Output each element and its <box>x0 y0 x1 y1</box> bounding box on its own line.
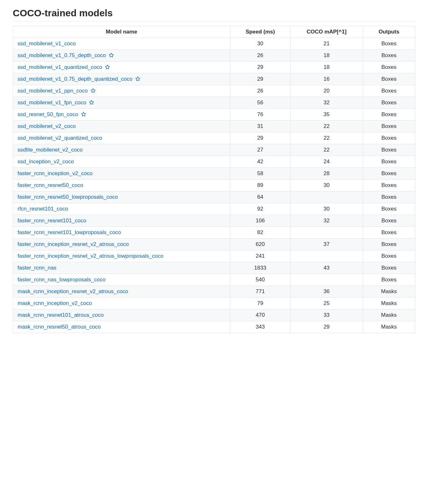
cell-outputs: Boxes <box>363 109 415 121</box>
cell-model-name: faster_rcnn_resnet50_lowproposals_coco <box>13 191 230 203</box>
cell-speed: 106 <box>230 215 290 227</box>
model-link[interactable]: faster_rcnn_nas <box>18 265 56 271</box>
cell-outputs: Boxes <box>363 203 415 215</box>
cell-outputs: Boxes <box>363 38 415 50</box>
cell-map: 30 <box>291 203 363 215</box>
cell-outputs: Boxes <box>363 180 415 191</box>
cell-map: 28 <box>291 168 363 180</box>
cell-outputs: Boxes <box>363 121 415 132</box>
cell-model-name: faster_rcnn_inception_v2_coco <box>13 168 230 180</box>
cell-model-name: ssd_resnet_50_fpn_coco <box>13 109 230 121</box>
cell-speed: 27 <box>230 144 290 156</box>
cell-outputs: Masks <box>363 286 415 298</box>
star-icon <box>135 76 140 82</box>
cell-model-name: ssd_mobilenet_v1_fpn_coco <box>13 97 230 109</box>
model-link[interactable]: ssd_mobilenet_v1_coco <box>18 41 76 47</box>
cell-model-name: faster_rcnn_nas <box>13 262 230 274</box>
cell-speed: 29 <box>230 62 290 73</box>
cell-outputs: Boxes <box>363 144 415 156</box>
svg-marker-5 <box>81 112 85 116</box>
cell-outputs: Boxes <box>363 215 415 227</box>
cell-map: 32 <box>291 97 363 109</box>
cell-speed: 92 <box>230 203 290 215</box>
cell-model-name: faster_rcnn_resnet50_coco <box>13 180 230 191</box>
cell-outputs: Boxes <box>363 239 415 250</box>
cell-outputs: Boxes <box>363 156 415 168</box>
cell-speed: 470 <box>230 309 290 321</box>
cell-map: 20 <box>291 85 363 97</box>
cell-map: 37 <box>291 239 363 250</box>
model-link[interactable]: ssd_mobilenet_v2_coco <box>18 123 76 129</box>
table-row: ssd_mobilenet_v1_0.75_depth_coco 2618Box… <box>13 50 415 62</box>
cell-model-name: rfcn_resnet101_coco <box>13 203 230 215</box>
col-map: COCO mAP[^1] <box>291 26 363 38</box>
table-row: ssd_mobilenet_v1_quantized_coco 2918Boxe… <box>13 62 415 73</box>
model-link[interactable]: rfcn_resnet101_coco <box>18 206 68 212</box>
col-outputs: Outputs <box>363 26 415 38</box>
table-row: mask_rcnn_inception_resnet_v2_atrous_coc… <box>13 286 415 298</box>
model-link[interactable]: faster_rcnn_inception_v2_coco <box>18 170 92 176</box>
cell-speed: 620 <box>230 239 290 250</box>
cell-outputs: Boxes <box>363 262 415 274</box>
svg-marker-4 <box>90 100 94 104</box>
model-link[interactable]: mask_rcnn_resnet101_atrous_coco <box>18 312 104 318</box>
cell-map: 22 <box>291 132 363 144</box>
cell-model-name: mask_rcnn_inception_resnet_v2_atrous_coc… <box>13 286 230 298</box>
cell-map: 30 <box>291 180 363 191</box>
cell-model-name: faster_rcnn_resnet101_coco <box>13 215 230 227</box>
cell-map <box>291 227 363 239</box>
table-row: faster_rcnn_inception_resnet_v2_atrous_c… <box>13 239 415 250</box>
cell-speed: 30 <box>230 38 290 50</box>
model-link[interactable]: ssd_resnet_50_fpn_coco <box>18 111 78 117</box>
model-link[interactable]: ssd_mobilenet_v1_quantized_coco <box>18 64 102 70</box>
model-link[interactable]: ssd_mobilenet_v1_fpn_coco <box>18 100 86 106</box>
model-link[interactable]: faster_rcnn_resnet50_coco <box>18 182 83 188</box>
model-link[interactable]: faster_rcnn_resnet101_coco <box>18 218 86 224</box>
model-link[interactable]: ssd_mobilenet_v2_quantized_coco <box>18 135 102 141</box>
model-link[interactable]: mask_rcnn_resnet50_atrous_coco <box>18 324 101 330</box>
model-link[interactable]: ssdlite_mobilenet_v2_coco <box>18 147 83 153</box>
model-link[interactable]: mask_rcnn_inception_v2_coco <box>18 300 92 306</box>
cell-model-name: faster_rcnn_resnet101_lowproposals_coco <box>13 227 230 239</box>
model-link[interactable]: ssd_inception_v2_coco <box>18 159 74 165</box>
cell-speed: 79 <box>230 298 290 309</box>
cell-outputs: Boxes <box>363 168 415 180</box>
col-speed: Speed (ms) <box>230 26 290 38</box>
model-link[interactable]: faster_rcnn_inception_resnet_v2_atrous_c… <box>18 241 129 247</box>
cell-speed: 26 <box>230 85 290 97</box>
model-link[interactable]: ssd_mobilenet_v1_ppn_coco <box>18 88 88 94</box>
cell-outputs: Boxes <box>363 85 415 97</box>
table-row: faster_rcnn_resnet101_coco10632Boxes <box>13 215 415 227</box>
table-row: faster_rcnn_nas_lowproposals_coco540Boxe… <box>13 274 415 286</box>
cell-model-name: mask_rcnn_inception_v2_coco <box>13 298 230 309</box>
cell-speed: 771 <box>230 286 290 298</box>
star-icon <box>105 64 110 70</box>
table-row: ssd_inception_v2_coco4224Boxes <box>13 156 415 168</box>
svg-marker-0 <box>109 53 113 57</box>
star-icon <box>109 52 114 59</box>
table-header-row: Model name Speed (ms) COCO mAP[^1] Outpu… <box>13 26 415 38</box>
cell-map: 29 <box>291 321 363 333</box>
model-link[interactable]: ssd_mobilenet_v1_0.75_depth_coco <box>18 52 106 58</box>
cell-map: 43 <box>291 262 363 274</box>
cell-map: 22 <box>291 121 363 132</box>
model-link[interactable]: faster_rcnn_resnet50_lowproposals_coco <box>18 194 118 200</box>
model-link[interactable]: faster_rcnn_inception_resnet_v2_atrous_l… <box>18 253 163 259</box>
cell-outputs: Boxes <box>363 191 415 203</box>
model-link[interactable]: faster_rcnn_resnet101_lowproposals_coco <box>18 229 121 235</box>
cell-speed: 31 <box>230 121 290 132</box>
cell-speed: 29 <box>230 132 290 144</box>
models-table: Model name Speed (ms) COCO mAP[^1] Outpu… <box>13 26 415 333</box>
star-icon <box>81 111 86 118</box>
cell-model-name: ssdlite_mobilenet_v2_coco <box>13 144 230 156</box>
model-link[interactable]: mask_rcnn_inception_resnet_v2_atrous_coc… <box>18 288 128 294</box>
model-link[interactable]: ssd_mobilenet_v1_0.75_depth_quantized_co… <box>18 76 132 82</box>
cell-outputs: Masks <box>363 309 415 321</box>
cell-outputs: Boxes <box>363 73 415 85</box>
cell-map: 24 <box>291 156 363 168</box>
cell-outputs: Boxes <box>363 132 415 144</box>
cell-model-name: faster_rcnn_nas_lowproposals_coco <box>13 274 230 286</box>
cell-model-name: faster_rcnn_inception_resnet_v2_atrous_c… <box>13 239 230 250</box>
model-link[interactable]: faster_rcnn_nas_lowproposals_coco <box>18 277 106 283</box>
cell-model-name: mask_rcnn_resnet101_atrous_coco <box>13 309 230 321</box>
